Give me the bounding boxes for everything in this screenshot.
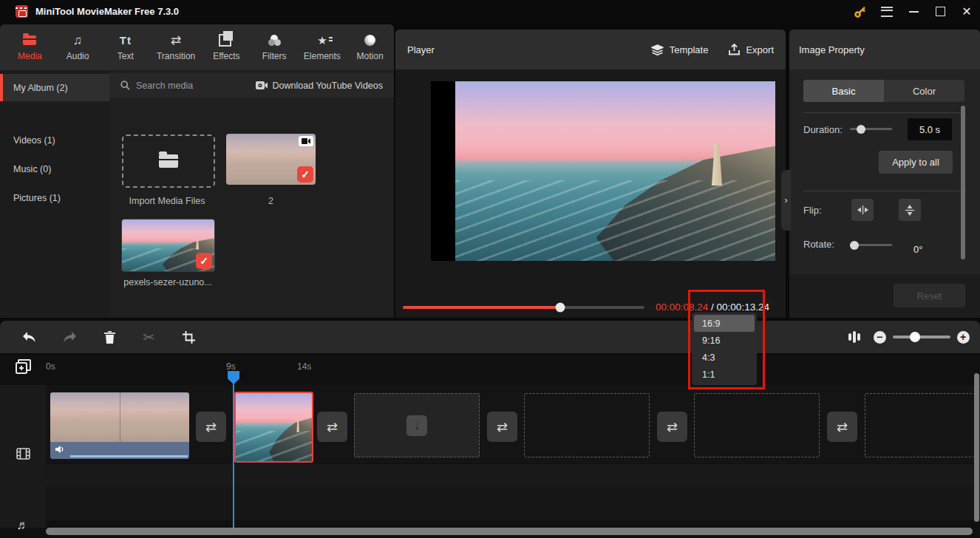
tab-effects[interactable]: Effects [203,24,251,70]
timeline-vertical-scrollbar[interactable] [974,373,979,522]
track-rail: ♬ [0,385,46,528]
property-scrollbar[interactable] [961,106,965,259]
close-icon: ✕ [962,4,971,18]
export-button[interactable]: Export [729,44,774,55]
tab-transition[interactable]: ⇄ Transition [149,24,203,70]
tab-motion[interactable]: Motion [346,24,394,70]
transition-slot[interactable]: ⇄ [196,412,226,442]
seek-bar[interactable] [403,306,644,309]
track-height-button[interactable] [845,321,863,353]
menu-button[interactable] [874,0,900,23]
delete-button[interactable] [101,321,118,353]
split-button[interactable]: ✂ [140,321,157,353]
timeline-clip-image-selected[interactable] [234,392,313,463]
flip-vertical-button[interactable] [899,199,921,221]
drop-media-icon: ↓ [406,415,427,436]
aspect-ratio-dropdown: 16:9 9:16 4:3 1:1 [692,313,757,385]
effects-squares-icon [222,34,231,47]
crop-button[interactable] [180,321,197,353]
minimize-button[interactable] [900,0,927,23]
preview-image [455,81,775,261]
transition-slot[interactable]: ⇄ [827,412,857,442]
zoom-in-button[interactable]: + [954,321,972,353]
hamburger-icon [881,7,893,17]
video-track-icon [0,448,46,460]
tab-color[interactable]: Color [884,80,964,102]
empty-clip-slot[interactable] [694,393,820,457]
tab-filters[interactable]: Filters [251,24,299,70]
titlebar: MiniTool MovieMaker Free 7.3.0 ✕ [0,0,980,23]
template-button[interactable]: Template [651,44,709,55]
text-icon: Tt [120,34,132,47]
minimize-icon [909,11,919,13]
playhead-handle[interactable] [228,371,239,384]
aspect-option-1-1[interactable]: 1:1 [694,366,755,383]
flip-vertical-icon [905,205,914,216]
rotate-slider[interactable] [850,244,892,246]
transition-slot[interactable]: ⇄ [487,412,517,442]
scissors-icon: ✂ [143,329,154,346]
sidebar-item-pictures[interactable]: Pictures (1) [0,184,109,211]
media-item-video[interactable]: ✓ [226,134,316,185]
tab-audio[interactable]: ♫ Audio [54,24,102,70]
track-levels-icon [848,331,860,343]
divider [803,191,961,191]
layers-icon [651,44,664,55]
seek-row: 00:00:08.24 / 00:00:13.24 [395,302,786,313]
transition-slot[interactable]: ⇄ [317,412,347,442]
video-type-badge-icon [299,136,313,146]
seek-handle[interactable] [555,303,565,313]
timeline-toolbar: ✂ − + [0,321,980,353]
duration-value[interactable]: 5.0 s [908,118,952,140]
maximize-icon [936,7,945,16]
reset-button[interactable]: Reset [894,284,965,307]
redo-button[interactable] [61,321,78,353]
crop-icon [183,331,195,344]
window-controls: ✕ [847,0,980,23]
maximize-button[interactable] [927,0,953,23]
apply-to-all-button[interactable]: Apply to all [879,151,953,174]
empty-clip-slot[interactable] [524,393,650,457]
timeline-horizontal-scrollbar[interactable] [46,528,973,535]
timeline-clip-video[interactable] [50,392,189,459]
import-media-card[interactable] [122,134,215,188]
video-preview[interactable] [431,81,751,261]
key-icon[interactable] [847,0,874,23]
sidebar-item-videos[interactable]: Videos (1) [0,126,109,154]
duration-slider[interactable] [850,128,892,130]
aspect-option-16-9[interactable]: 16:9 [694,315,755,332]
undo-button[interactable] [21,321,38,353]
transition-arrows-icon: ⇄ [171,34,181,47]
duration-slider-handle[interactable] [857,125,865,134]
aspect-option-4-3[interactable]: 4:3 [694,349,755,366]
flip-horizontal-button[interactable] [851,199,874,221]
add-to-timeline-button[interactable] [16,359,31,375]
aspect-option-9-16[interactable]: 9:16 [694,332,755,349]
tab-elements[interactable]: ★ Elements [298,24,346,70]
timeline-zoom-slider[interactable] [893,336,950,338]
clip-thumbnail [236,393,312,461]
tab-text[interactable]: Tt Text [102,24,150,70]
video-item-label: 2 [226,196,316,206]
zoom-out-button[interactable]: − [871,321,888,353]
panel-collapse-handle[interactable]: › [781,170,791,231]
trash-icon [104,331,115,344]
transition-slot[interactable]: ⇄ [657,412,687,442]
tab-media[interactable]: Media [6,24,54,70]
close-button[interactable]: ✕ [953,0,980,23]
music-track [46,464,974,486]
import-folder-icon [159,154,178,168]
seek-progress [403,306,560,309]
timeline-zoom-handle[interactable] [910,332,920,342]
audio-waveform [70,455,188,458]
search-input[interactable]: Search media [136,81,193,91]
divider [803,112,961,113]
sidebar-item-music[interactable]: Music (0) [0,155,109,183]
rotate-slider-handle[interactable] [850,241,859,250]
empty-clip-slot[interactable]: ↓ [354,393,480,457]
sidebar-item-my-album[interactable]: My Album (2) [0,74,109,101]
media-item-image[interactable]: ✓ [121,219,215,272]
tab-basic[interactable]: Basic [803,80,884,102]
download-youtube-button[interactable]: Download YouTube Videos [256,81,383,91]
empty-clip-slot[interactable] [865,393,974,457]
